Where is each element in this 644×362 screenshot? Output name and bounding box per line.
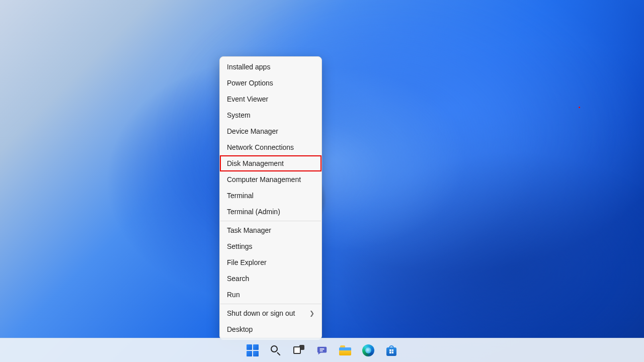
menu-item-label: Terminal (Admin) (227, 208, 280, 216)
menu-file-explorer[interactable]: File Explorer (220, 254, 321, 270)
search-icon (270, 345, 281, 356)
menu-item-label: Computer Management (227, 175, 301, 184)
menu-power-options[interactable]: Power Options (220, 75, 321, 91)
menu-item-label: Search (227, 275, 249, 283)
menu-item-label: Event Viewer (227, 95, 268, 103)
taskbar-start-button[interactable] (243, 340, 263, 360)
menu-item-label: Network Connections (227, 143, 294, 151)
menu-disk-management[interactable]: Disk Management (220, 155, 321, 171)
menu-shut-down-or-sign-out[interactable]: Shut down or sign out ❯ (220, 305, 321, 321)
microsoft-store-icon (386, 345, 397, 356)
menu-terminal-admin[interactable]: Terminal (Admin) (220, 204, 321, 220)
taskbar-chat-button[interactable] (312, 340, 332, 360)
menu-item-label: Shut down or sign out (227, 309, 295, 317)
taskbar-store-button[interactable] (381, 340, 401, 360)
menu-network-connections[interactable]: Network Connections (220, 139, 321, 155)
taskbar (0, 338, 644, 362)
taskbar-search-button[interactable] (266, 340, 286, 360)
menu-separator (220, 304, 321, 304)
menu-separator (220, 221, 321, 221)
svg-rect-1 (319, 350, 323, 351)
menu-desktop[interactable]: Desktop (220, 321, 321, 337)
taskbar-edge-button[interactable] (358, 340, 378, 360)
chat-icon (316, 345, 328, 356)
windows-start-icon (247, 344, 259, 356)
power-user-menu: Installed apps Power Options Event Viewe… (219, 56, 322, 340)
task-view-icon (293, 345, 304, 356)
menu-device-manager[interactable]: Device Manager (220, 123, 321, 139)
menu-task-manager[interactable]: Task Manager (220, 222, 321, 238)
chevron-right-icon: ❯ (309, 310, 314, 317)
menu-item-label: Desktop (227, 325, 253, 333)
menu-computer-management[interactable]: Computer Management (220, 171, 321, 188)
menu-item-label: Disk Management (227, 159, 284, 167)
menu-search[interactable]: Search (220, 270, 321, 287)
menu-item-label: File Explorer (227, 258, 267, 266)
menu-item-label: Power Options (227, 79, 273, 87)
taskbar-file-explorer-button[interactable] (335, 340, 355, 360)
menu-event-viewer[interactable]: Event Viewer (220, 91, 321, 107)
menu-item-label: System (227, 111, 251, 119)
taskbar-task-view-button[interactable] (289, 340, 309, 360)
menu-system[interactable]: System (220, 107, 321, 123)
menu-item-label: Settings (227, 242, 253, 250)
menu-item-label: Task Manager (227, 226, 271, 234)
svg-rect-0 (319, 348, 324, 349)
menu-terminal[interactable]: Terminal (220, 188, 321, 204)
wallpaper-bloom (0, 0, 644, 362)
menu-item-label: Run (227, 291, 240, 299)
menu-settings[interactable]: Settings (220, 238, 321, 254)
menu-installed-apps[interactable]: Installed apps (220, 59, 321, 75)
folder-icon (339, 345, 351, 355)
desktop-wallpaper[interactable] (0, 0, 644, 362)
menu-item-label: Installed apps (227, 63, 270, 71)
menu-item-label: Terminal (227, 192, 254, 200)
edge-browser-icon (362, 344, 374, 356)
menu-item-label: Device Manager (227, 127, 278, 135)
annotation-red-dot (579, 107, 580, 108)
menu-run[interactable]: Run (220, 287, 321, 303)
